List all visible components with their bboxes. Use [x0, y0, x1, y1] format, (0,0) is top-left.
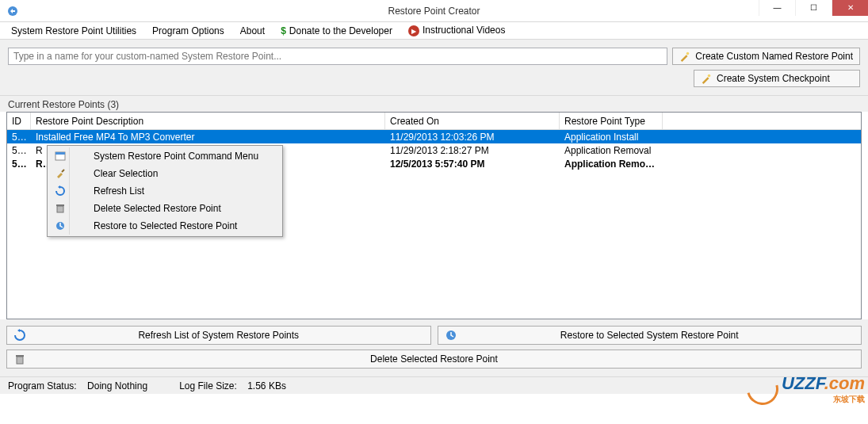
table-row[interactable]: 576 Installed Free MP4 To MP3 Converter …	[7, 130, 861, 143]
delete-selected-button[interactable]: Delete Selected Restore Point	[6, 350, 862, 369]
section-label: Current Restore Points (3)	[0, 96, 868, 112]
play-icon: ▶	[408, 25, 419, 36]
col-created[interactable]: Created On	[385, 113, 560, 129]
create-custom-label: Create Custom Named Restore Point	[695, 51, 853, 62]
cell-type: Application Install	[560, 131, 663, 143]
menu-donate[interactable]: $Donate to the Developer	[273, 23, 400, 39]
svg-rect-11	[16, 355, 24, 357]
app-icon	[6, 5, 19, 17]
context-menu: System Restore Point Command Menu Clear …	[47, 145, 283, 237]
context-menu-clear-label: Clear Selection	[94, 168, 158, 179]
menu-utilities[interactable]: System Restore Point Utilities	[3, 23, 144, 39]
statusbar: Program Status: Doing Nothing Log File S…	[0, 376, 868, 394]
window-controls: — ☐ ✕	[759, 0, 868, 16]
context-menu-restore[interactable]: Restore to Selected Restore Point	[49, 217, 281, 235]
titlebar: Restore Point Creator — ☐ ✕	[0, 0, 868, 22]
menu-videos[interactable]: ▶Instructional Videos	[400, 22, 514, 40]
watermark: UZZF.com 东坡下载	[747, 373, 865, 405]
watermark-tagline: 东坡下载	[782, 394, 865, 405]
cell-created: 11/29/2013 2:18:27 PM	[385, 144, 560, 157]
svg-rect-10	[17, 357, 23, 364]
cell-id: 577	[7, 144, 31, 157]
col-desc[interactable]: Restore Point Description	[31, 113, 385, 129]
context-menu-header: System Restore Point Command Menu	[49, 147, 281, 165]
context-menu-refresh[interactable]: Refresh List	[49, 182, 281, 200]
status-log-label: Log File Size:	[179, 380, 237, 392]
cell-id: 576	[7, 131, 31, 143]
restore-selected-button[interactable]: Restore to Selected System Restore Point	[438, 326, 862, 345]
refresh-list-label: Refresh List of System Restore Points	[138, 330, 299, 341]
context-menu-delete-label: Delete Selected Restore Point	[94, 203, 221, 214]
status-log: Log File Size: 1.56 KBs	[179, 380, 286, 392]
create-checkpoint-label: Create System Checkpoint	[717, 73, 830, 84]
context-menu-header-label: System Restore Point Command Menu	[94, 151, 258, 162]
window-title: Restore Point Creator	[0, 6, 868, 17]
col-spacer	[663, 113, 861, 129]
close-icon: ✕	[847, 4, 854, 12]
maximize-icon: ☐	[810, 4, 817, 12]
dollar-icon: $	[281, 25, 286, 36]
status-program-value: Doing Nothing	[87, 380, 147, 392]
cell-type: Application Remo…	[560, 158, 663, 170]
minimize-button[interactable]: —	[759, 0, 795, 16]
wand-icon	[679, 51, 690, 62]
cell-created: 12/5/2013 5:57:40 PM	[385, 158, 560, 170]
minimize-icon: —	[774, 4, 782, 12]
menu-options[interactable]: Program Options	[144, 23, 232, 39]
menu-donate-label: Donate to the Developer	[289, 25, 392, 36]
create-custom-button[interactable]: Create Custom Named Restore Point	[672, 48, 860, 65]
context-menu-refresh-label: Refresh List	[94, 185, 144, 197]
trash-icon	[13, 353, 26, 365]
table-header: ID Restore Point Description Created On …	[7, 113, 861, 130]
bottom-panel: Refresh List of System Restore Points Re…	[0, 319, 868, 376]
delete-selected-label: Delete Selected Restore Point	[370, 353, 498, 365]
restore-selected-label: Restore to Selected System Restore Point	[560, 330, 739, 341]
context-menu-clear[interactable]: Clear Selection	[49, 165, 281, 182]
status-log-value: 1.56 KBs	[247, 380, 286, 392]
status-program-label: Program Status:	[8, 380, 77, 392]
cell-desc: Installed Free MP4 To MP3 Converter	[31, 131, 385, 143]
status-program: Program Status: Doing Nothing	[8, 380, 147, 392]
col-id[interactable]: ID	[7, 113, 31, 129]
context-menu-gutter	[49, 147, 70, 235]
svg-point-2	[708, 74, 711, 78]
col-type[interactable]: Restore Point Type	[560, 113, 663, 129]
create-checkpoint-button[interactable]: Create System Checkpoint	[694, 70, 860, 87]
maximize-button[interactable]: ☐	[795, 0, 832, 16]
refresh-list-button[interactable]: Refresh List of System Restore Points	[6, 326, 431, 345]
watermark-text-a: UZZF	[782, 373, 824, 393]
cell-id: 5…	[7, 158, 31, 170]
toolbar: Create Custom Named Restore Point Create…	[0, 40, 868, 96]
swirl-icon	[741, 368, 785, 411]
restore-point-name-input[interactable]	[8, 48, 667, 65]
cell-type: Application Removal	[560, 144, 663, 157]
close-button[interactable]: ✕	[832, 0, 868, 16]
cell-created: 11/29/2013 12:03:26 PM	[385, 131, 560, 143]
watermark-text-b: .com	[824, 373, 865, 393]
restore-icon	[445, 329, 457, 342]
menu-about[interactable]: About	[232, 23, 273, 39]
menubar: System Restore Point Utilities Program O…	[0, 22, 868, 40]
refresh-icon	[13, 329, 26, 342]
wand-icon	[701, 73, 712, 84]
context-menu-delete[interactable]: Delete Selected Restore Point	[49, 200, 281, 217]
context-menu-restore-label: Restore to Selected Restore Point	[94, 220, 237, 231]
menu-videos-label: Instructional Videos	[423, 25, 506, 36]
svg-point-1	[686, 52, 690, 55]
